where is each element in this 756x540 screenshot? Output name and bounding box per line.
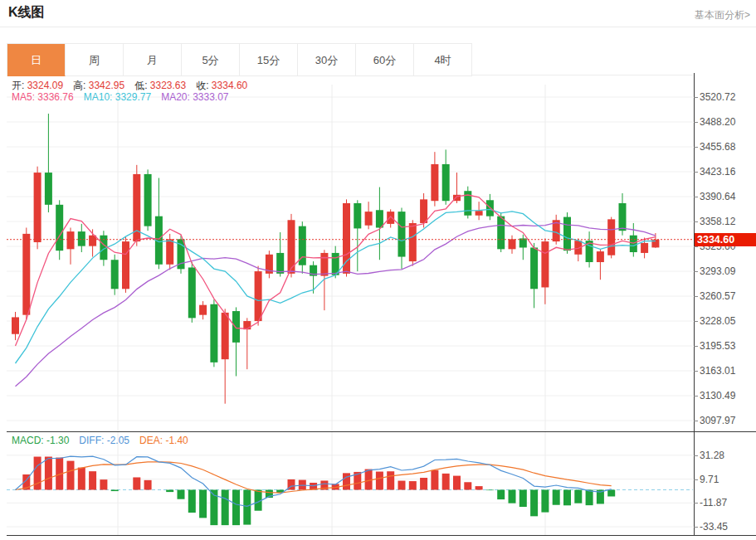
tick-mark bbox=[694, 321, 698, 322]
macd-readout: MACD: -1.30DIFF: -2.05DEA: -1.40 bbox=[12, 435, 198, 446]
macd-bar bbox=[420, 478, 427, 489]
tick-mark bbox=[694, 527, 698, 528]
candle-body bbox=[387, 212, 394, 224]
readout-item: DEA: -1.40 bbox=[139, 435, 188, 446]
macd-bar bbox=[178, 490, 185, 499]
macd-bar bbox=[464, 482, 471, 489]
price-tick-label: 3097.97 bbox=[700, 415, 735, 426]
candle-body bbox=[210, 304, 217, 362]
macd-bar bbox=[398, 481, 406, 490]
tick-mark bbox=[694, 147, 698, 148]
readout-item: MA20: 3333.07 bbox=[161, 91, 228, 103]
price-tick-label: 3163.01 bbox=[700, 365, 735, 377]
macd-bar bbox=[409, 481, 417, 489]
macd-bar bbox=[509, 490, 516, 504]
candle-body bbox=[641, 243, 648, 253]
macd-bar bbox=[111, 490, 119, 492]
price-tick-label: 3293.09 bbox=[700, 265, 735, 277]
macd-bar bbox=[232, 490, 240, 526]
candle-body bbox=[530, 247, 538, 289]
macd-bar bbox=[431, 470, 438, 490]
candle-body bbox=[365, 212, 373, 226]
tick-mark bbox=[694, 421, 698, 421]
macd-bar bbox=[553, 490, 560, 505]
price-tick-label: 3455.68 bbox=[700, 141, 735, 153]
pane-separator-line bbox=[7, 431, 756, 432]
candle-body bbox=[431, 164, 438, 201]
header-divider bbox=[0, 27, 756, 27]
macd-bar bbox=[387, 471, 394, 489]
tick-mark bbox=[694, 455, 698, 456]
candle-body bbox=[232, 311, 240, 343]
candle-body bbox=[398, 212, 406, 256]
macd-bar bbox=[188, 490, 196, 513]
tabbar-bottom-line bbox=[471, 75, 693, 75]
kline-page: K线图 基本面分析> 日周月5分15分30分60分4时 开: 3324.09高:… bbox=[0, 0, 756, 540]
macd-bar bbox=[67, 461, 75, 490]
candle-body bbox=[22, 234, 30, 315]
macd-bar bbox=[519, 490, 527, 508]
macd-bar bbox=[541, 490, 549, 513]
tick-mark bbox=[694, 221, 698, 222]
tab-period-1[interactable]: 日 bbox=[7, 44, 66, 76]
tick-mark bbox=[694, 246, 698, 247]
tab-period-8[interactable]: 4时 bbox=[414, 44, 472, 76]
candle-body bbox=[509, 239, 516, 249]
candle-body bbox=[354, 203, 361, 228]
readout-item: MA10: 3329.77 bbox=[84, 91, 151, 103]
macd-bar bbox=[166, 490, 173, 493]
candle-body bbox=[188, 267, 196, 318]
macd-tick-label: -33.45 bbox=[700, 521, 728, 533]
ma-legend: MA5: 3336.76MA10: 3329.77MA20: 3333.07 bbox=[12, 91, 239, 103]
tab-period-4[interactable]: 5分 bbox=[182, 44, 240, 76]
candle-body bbox=[34, 173, 41, 242]
tick-mark bbox=[694, 479, 698, 480]
candle-body bbox=[619, 203, 627, 231]
tick-mark bbox=[694, 97, 698, 98]
tick-mark bbox=[694, 396, 698, 396]
macd-tick-label: 31.28 bbox=[700, 450, 724, 461]
tab-period-6[interactable]: 30分 bbox=[298, 44, 356, 76]
tick-mark bbox=[694, 172, 698, 173]
price-tick-label: 3520.72 bbox=[700, 91, 735, 103]
tab-period-5[interactable]: 15分 bbox=[240, 44, 298, 76]
candle-body bbox=[144, 174, 152, 226]
tab-period-7[interactable]: 60分 bbox=[356, 44, 414, 76]
macd-chart[interactable] bbox=[7, 432, 693, 535]
macd-bar bbox=[574, 490, 582, 504]
tick-mark bbox=[694, 371, 698, 372]
macd-bar bbox=[586, 490, 593, 506]
macd-bar bbox=[365, 469, 373, 490]
candle-body bbox=[607, 219, 615, 255]
tick-mark bbox=[694, 122, 698, 123]
fundamental-analysis-link[interactable]: 基本面分析> bbox=[695, 8, 750, 22]
candle-body bbox=[222, 313, 229, 359]
tick-mark bbox=[694, 503, 698, 504]
tab-period-2[interactable]: 周 bbox=[66, 44, 124, 76]
candle-body bbox=[343, 203, 350, 274]
candle-body bbox=[420, 199, 427, 223]
price-tick-label: 3358.12 bbox=[700, 216, 735, 227]
macd-tick-label: 9.71 bbox=[700, 474, 719, 485]
tick-mark bbox=[694, 346, 698, 347]
chart-bottom-line bbox=[7, 535, 756, 536]
candle-body bbox=[563, 217, 571, 251]
candle-body bbox=[67, 231, 75, 249]
macd-bar bbox=[222, 490, 229, 526]
candle-body bbox=[45, 173, 52, 205]
tick-mark bbox=[694, 296, 698, 297]
macd-bar bbox=[78, 468, 85, 490]
macd-bar bbox=[476, 486, 483, 489]
macd-tick-label: -11.87 bbox=[700, 497, 727, 508]
candle-body bbox=[409, 223, 417, 261]
macd-bar bbox=[100, 479, 107, 489]
candle-body bbox=[199, 305, 207, 315]
macd-bar bbox=[453, 476, 461, 490]
macd-bar bbox=[497, 490, 505, 500]
candle-body bbox=[497, 216, 505, 250]
macd-bar bbox=[89, 471, 96, 489]
candle-body bbox=[630, 236, 637, 252]
readout-item: DIFF: -2.05 bbox=[79, 435, 129, 446]
main-candlestick-chart[interactable] bbox=[7, 76, 693, 432]
tab-period-3[interactable]: 月 bbox=[124, 44, 182, 76]
